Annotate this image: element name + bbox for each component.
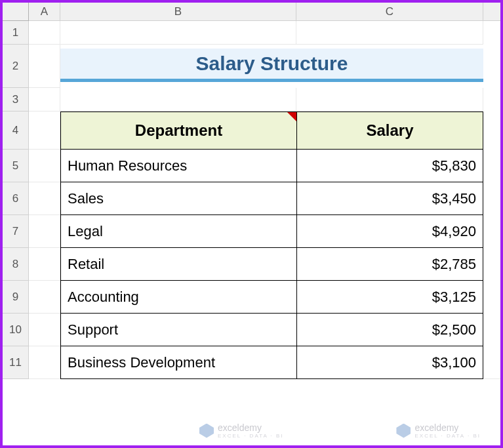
cell-a2[interactable] [29, 45, 60, 88]
cell-d-blank[interactable] [483, 21, 503, 379]
watermark-right: exceldemy EXCEL · DATA · BI [396, 422, 481, 439]
header-salary-label: Salary [366, 121, 413, 140]
cell-b6[interactable]: Sales [60, 182, 296, 215]
col-head-c[interactable]: C [296, 3, 483, 21]
cell-a5[interactable] [29, 150, 60, 182]
cell-a7[interactable] [29, 215, 60, 248]
title-cell[interactable]: Salary Structure [60, 45, 483, 88]
cell-a6[interactable] [29, 182, 60, 215]
cell-c3[interactable] [296, 88, 483, 112]
cell-b9[interactable]: Accounting [60, 281, 296, 314]
brand-hex-icon [396, 424, 411, 438]
header-department[interactable]: Department [60, 112, 296, 150]
row-head-1[interactable]: 1 [3, 21, 29, 45]
cell-a8[interactable] [29, 248, 60, 281]
page-title: Salary Structure [60, 49, 483, 82]
row-head-11[interactable]: 11 [3, 346, 29, 379]
select-all-corner[interactable] [3, 3, 29, 21]
cell-b10[interactable]: Support [60, 314, 296, 346]
row-head-6[interactable]: 6 [3, 182, 29, 215]
cell-b5[interactable]: Human Resources [60, 150, 296, 182]
watermark-left: exceldemy EXCEL · DATA · BI [199, 422, 284, 439]
cell-b11[interactable]: Business Development [60, 346, 296, 379]
comment-indicator-icon[interactable] [287, 112, 296, 121]
cell-a1[interactable] [29, 21, 60, 45]
watermark-brand: exceldemy [414, 422, 481, 433]
header-department-label: Department [135, 121, 222, 140]
cell-c10[interactable]: $2,500 [296, 314, 483, 346]
cell-c5[interactable]: $5,830 [296, 150, 483, 182]
col-head-a[interactable]: A [29, 3, 60, 21]
watermark-brand: exceldemy [218, 422, 284, 433]
cell-a10[interactable] [29, 314, 60, 346]
row-head-4[interactable]: 4 [3, 112, 29, 150]
cell-c11[interactable]: $3,100 [296, 346, 483, 379]
row-head-9[interactable]: 9 [3, 281, 29, 314]
cell-b8[interactable]: Retail [60, 248, 296, 281]
cell-a9[interactable] [29, 281, 60, 314]
cell-a3[interactable] [29, 88, 60, 112]
col-head-blank[interactable] [483, 3, 503, 21]
spreadsheet-grid: A B C 1 2 3 4 5 6 7 8 9 10 11 Salary Str… [3, 3, 500, 379]
watermark-tagline: EXCEL · DATA · BI [218, 433, 284, 439]
header-salary[interactable]: Salary [296, 112, 483, 150]
cell-c1[interactable] [296, 21, 483, 45]
cell-a4[interactable] [29, 112, 60, 150]
cell-a11[interactable] [29, 346, 60, 379]
cell-c7[interactable]: $4,920 [296, 215, 483, 248]
cell-b3[interactable] [60, 88, 296, 112]
brand-hex-icon [199, 424, 214, 438]
row-head-7[interactable]: 7 [3, 215, 29, 248]
row-head-2[interactable]: 2 [3, 45, 29, 88]
row-head-5[interactable]: 5 [3, 150, 29, 182]
row-head-3[interactable]: 3 [3, 88, 29, 112]
row-head-8[interactable]: 8 [3, 248, 29, 281]
row-head-10[interactable]: 10 [3, 314, 29, 346]
cell-b7[interactable]: Legal [60, 215, 296, 248]
cell-c8[interactable]: $2,785 [296, 248, 483, 281]
cell-c9[interactable]: $3,125 [296, 281, 483, 314]
watermark-tagline: EXCEL · DATA · BI [414, 433, 481, 439]
col-head-b[interactable]: B [60, 3, 296, 21]
cell-b1[interactable] [60, 21, 296, 45]
cell-c6[interactable]: $3,450 [296, 182, 483, 215]
